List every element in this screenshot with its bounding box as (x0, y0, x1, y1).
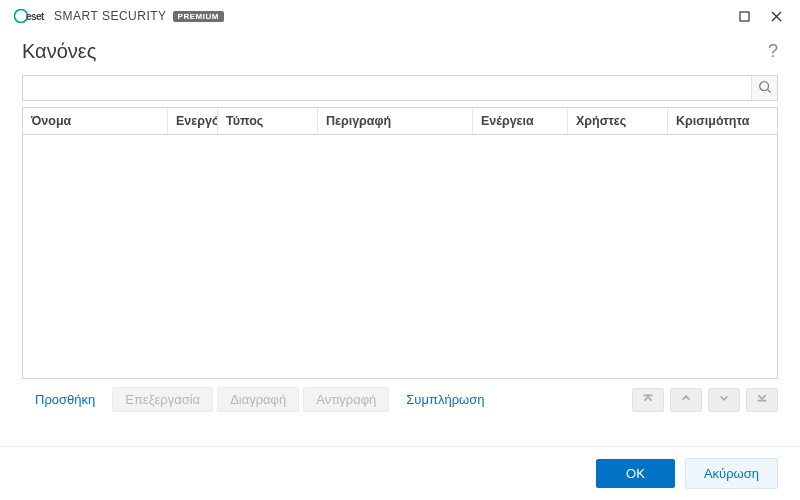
move-down-button (708, 388, 740, 412)
svg-rect-5 (740, 12, 749, 21)
action-row: Προσθήκη Επεξεργασία Διαγραφή Αντιγραφή … (22, 379, 778, 418)
ok-button[interactable]: OK (596, 459, 675, 488)
table-header: Όνομα Ενεργό Τύπος Περιγραφή Ενέργεια Χρ… (23, 108, 777, 135)
header: Κανόνες ? (0, 30, 800, 75)
titlebar: e s e t SMART SECURITY PREMIUM (0, 0, 800, 30)
help-icon[interactable]: ? (768, 41, 778, 62)
search-input[interactable] (22, 75, 778, 101)
close-button[interactable] (762, 5, 790, 27)
page-title: Κανόνες (22, 40, 96, 63)
eset-logo: e s e t (14, 9, 48, 23)
content: Όνομα Ενεργό Τύπος Περιγραφή Ενέργεια Χρ… (0, 75, 800, 418)
action-right (632, 388, 778, 412)
col-name[interactable]: Όνομα (23, 108, 168, 134)
search-icon (758, 80, 772, 97)
window-controls (730, 5, 790, 27)
col-users[interactable]: Χρήστες (568, 108, 668, 134)
cancel-button[interactable]: Ακύρωση (685, 458, 778, 489)
brand-text: SMART SECURITY (54, 9, 167, 23)
brand: e s e t SMART SECURITY PREMIUM (14, 9, 224, 23)
edit-button: Επεξεργασία (112, 387, 213, 412)
footer: OK Ακύρωση (0, 446, 800, 500)
populate-button[interactable]: Συμπλήρωση (393, 387, 497, 412)
svg-point-6 (759, 81, 768, 90)
col-active[interactable]: Ενεργό (168, 108, 218, 134)
col-action[interactable]: Ενέργεια (473, 108, 568, 134)
chevron-top-icon (641, 391, 655, 408)
search-button[interactable] (751, 76, 777, 100)
col-type[interactable]: Τύπος (218, 108, 318, 134)
brand-badge: PREMIUM (173, 11, 224, 22)
delete-button: Διαγραφή (217, 387, 299, 412)
search-row (22, 75, 778, 101)
add-button[interactable]: Προσθήκη (22, 387, 108, 412)
move-bottom-button (746, 388, 778, 412)
action-left: Προσθήκη Επεξεργασία Διαγραφή Αντιγραφή … (22, 387, 497, 412)
maximize-button[interactable] (730, 5, 758, 27)
move-up-button (670, 388, 702, 412)
rules-table: Όνομα Ενεργό Τύπος Περιγραφή Ενέργεια Χρ… (22, 107, 778, 379)
col-description[interactable]: Περιγραφή (318, 108, 473, 134)
svg-text:t: t (41, 11, 45, 22)
move-top-button (632, 388, 664, 412)
copy-button: Αντιγραφή (303, 387, 389, 412)
chevron-bottom-icon (755, 391, 769, 408)
chevron-down-icon (717, 391, 731, 408)
chevron-up-icon (679, 391, 693, 408)
col-severity[interactable]: Κρισιμότητα (668, 108, 777, 134)
